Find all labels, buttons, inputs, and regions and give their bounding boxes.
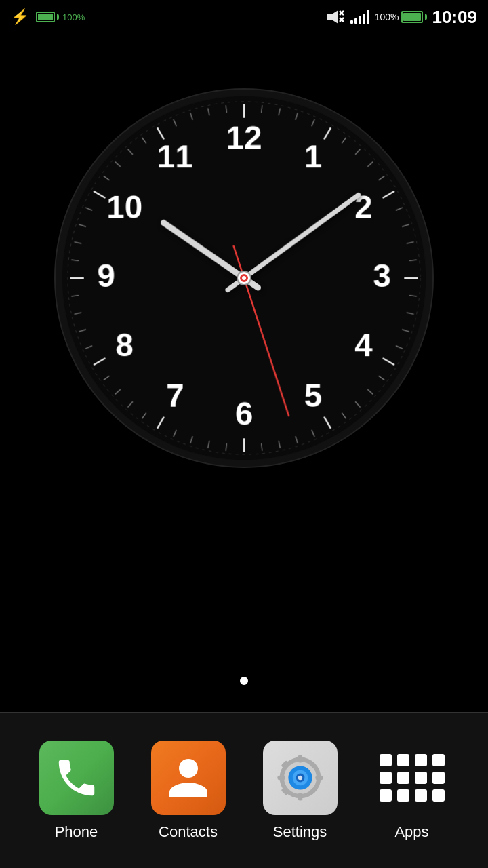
apps-label: Apps [394,823,428,841]
dock: Phone Contacts [0,712,488,868]
svg-rect-8 [298,793,302,800]
status-bar: ⚡ 100% [0,0,488,34]
apps-app-icon[interactable] [375,741,449,815]
battery-small-percent: 100% [62,12,85,22]
contacts-app-icon[interactable] [151,741,226,815]
page-indicator [240,677,248,685]
dock-item-settings[interactable]: Settings [263,741,338,841]
signal-bars-icon [350,10,369,24]
settings-app-icon[interactable] [263,741,338,815]
clock-face [54,88,434,468]
phone-app-icon[interactable] [39,741,114,815]
svg-rect-10 [315,775,323,779]
battery-large-percent: 100% [375,12,399,22]
mute-icon [323,9,345,25]
svg-rect-7 [298,755,302,762]
phone-icon [53,754,100,802]
status-time: 10:09 [432,7,478,28]
apps-grid-icon [375,749,449,807]
battery-small: 100% [36,12,85,22]
usb-icon: ⚡ [11,8,29,26]
dock-item-apps[interactable]: Apps [375,741,449,841]
svg-marker-0 [327,10,338,24]
settings-gear-icon [273,751,327,805]
contacts-label: Contacts [159,823,218,841]
battery-large: 100% [375,11,427,23]
clock-widget [54,88,434,468]
svg-rect-9 [277,775,285,779]
settings-label: Settings [273,823,327,841]
dock-item-contacts[interactable]: Contacts [151,741,226,841]
svg-point-18 [298,775,302,779]
dock-item-phone[interactable]: Phone [39,741,114,841]
contacts-icon [165,754,212,802]
phone-label: Phone [55,823,98,841]
page-dot-active [240,677,248,685]
